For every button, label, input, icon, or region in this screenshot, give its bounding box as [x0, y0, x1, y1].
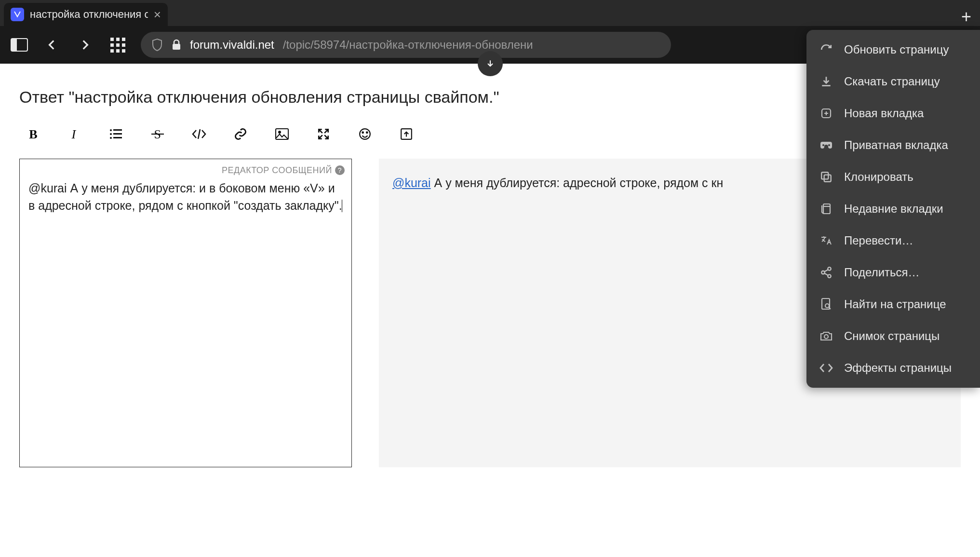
forward-button[interactable] — [75, 35, 94, 54]
scroll-down-button[interactable] — [478, 51, 503, 76]
menu-item-download[interactable]: Скачать страницу — [806, 66, 980, 97]
editor-content: @kurai А у меня дублируется: и в боковом… — [28, 179, 343, 215]
menu-item-label: Клонировать — [844, 170, 913, 184]
svg-point-23 — [828, 267, 831, 271]
new-tab-button[interactable]: + — [961, 7, 971, 27]
menu-item-label: Обновить страницу — [844, 43, 949, 56]
find-icon — [819, 297, 833, 312]
menu-item-private[interactable]: Приватная вкладка — [806, 129, 980, 161]
menu-item-label: Скачать страницу — [844, 75, 940, 88]
url-path: /topic/58974/настройка-отключения-обновл… — [283, 38, 533, 52]
editor-textarea[interactable]: РЕДАКТОР СООБЩЕНИЙ? @kurai А у меня дубл… — [19, 159, 352, 467]
svg-text:B: B — [29, 128, 37, 140]
menu-item-translate[interactable]: Перевести… — [806, 225, 980, 257]
context-menu: Обновить страницуСкачать страницуНовая в… — [806, 30, 980, 388]
menu-item-share[interactable]: Поделиться… — [806, 257, 980, 288]
svg-point-18 — [822, 144, 824, 146]
translate-icon — [819, 233, 833, 248]
bold-button[interactable]: B — [24, 125, 42, 143]
svg-rect-21 — [824, 175, 831, 182]
svg-point-13 — [360, 129, 370, 139]
url-host: forum.vivaldi.net — [190, 38, 274, 52]
menu-item-newtab[interactable]: Новая вкладка — [806, 97, 980, 129]
address-bar[interactable]: forum.vivaldi.net/topic/58974/настройка-… — [141, 32, 671, 58]
reload-icon — [819, 42, 833, 57]
svg-rect-20 — [821, 172, 828, 179]
preview-text: А у меня дублируется: адресной строке, р… — [431, 176, 724, 190]
list-button[interactable] — [107, 125, 125, 143]
code-button[interactable] — [190, 125, 208, 143]
menu-item-label: Приватная вкладка — [844, 138, 948, 152]
italic-button[interactable]: I — [66, 125, 84, 143]
svg-point-7 — [110, 137, 112, 139]
link-button[interactable] — [231, 125, 250, 143]
private-icon — [819, 138, 833, 152]
svg-rect-4 — [113, 129, 122, 131]
menu-item-snapshot[interactable]: Снимок страницы — [806, 320, 980, 352]
svg-point-19 — [828, 144, 830, 146]
menu-item-clone[interactable]: Клонировать — [806, 161, 980, 193]
vivaldi-favicon — [11, 8, 24, 21]
upload-button[interactable] — [397, 125, 416, 143]
svg-point-3 — [110, 129, 112, 131]
newtab-icon — [819, 106, 833, 121]
menu-item-find[interactable]: Найти на странице — [806, 288, 980, 320]
tab-close-button[interactable]: × — [154, 7, 161, 22]
svg-text:I: I — [71, 128, 77, 140]
strike-button[interactable]: S — [148, 125, 167, 143]
svg-point-25 — [828, 274, 831, 278]
menu-item-label: Поделиться… — [844, 266, 920, 279]
menu-item-effects[interactable]: Эффекты страницы — [806, 352, 980, 384]
recent-icon — [819, 202, 833, 216]
menu-item-label: Перевести… — [844, 234, 913, 247]
svg-point-15 — [366, 132, 368, 133]
tab-title: настройка отключения обн — [30, 8, 148, 21]
download-icon — [819, 74, 833, 89]
panel-toggle-button[interactable] — [10, 35, 29, 54]
menu-item-label: Недавние вкладки — [844, 202, 943, 216]
svg-point-27 — [825, 304, 829, 308]
menu-item-label: Новая вкладка — [844, 107, 924, 120]
back-button[interactable] — [42, 35, 62, 54]
browser-tab[interactable]: настройка отключения обн × — [4, 3, 168, 26]
menu-item-reload[interactable]: Обновить страницу — [806, 34, 980, 66]
share-icon — [819, 265, 833, 280]
svg-point-5 — [110, 133, 112, 135]
menu-item-label: Снимок страницы — [844, 329, 940, 343]
svg-point-24 — [821, 271, 825, 274]
svg-point-12 — [279, 131, 281, 133]
menu-item-label: Найти на странице — [844, 298, 946, 311]
svg-rect-0 — [173, 44, 180, 50]
apps-button[interactable] — [108, 35, 127, 54]
help-icon[interactable]: ? — [335, 165, 345, 175]
snapshot-icon — [819, 329, 833, 343]
lock-icon — [172, 39, 181, 51]
editor-label: РЕДАКТОР СООБЩЕНИЙ? — [222, 164, 345, 177]
svg-rect-22 — [823, 204, 830, 214]
mention-link[interactable]: @kurai — [392, 176, 431, 190]
menu-item-label: Эффекты страницы — [844, 361, 952, 375]
svg-rect-6 — [113, 133, 122, 135]
menu-item-recent[interactable]: Недавние вкладки — [806, 193, 980, 225]
effects-icon — [819, 361, 833, 375]
clone-icon — [819, 170, 833, 184]
fullscreen-button[interactable] — [314, 125, 333, 143]
svg-point-28 — [824, 335, 828, 339]
svg-rect-8 — [113, 137, 122, 138]
shield-icon — [151, 38, 163, 52]
image-button[interactable] — [273, 125, 291, 143]
tab-bar: настройка отключения обн × + — [0, 0, 980, 26]
emoji-button[interactable] — [356, 125, 374, 143]
svg-point-14 — [362, 132, 363, 133]
